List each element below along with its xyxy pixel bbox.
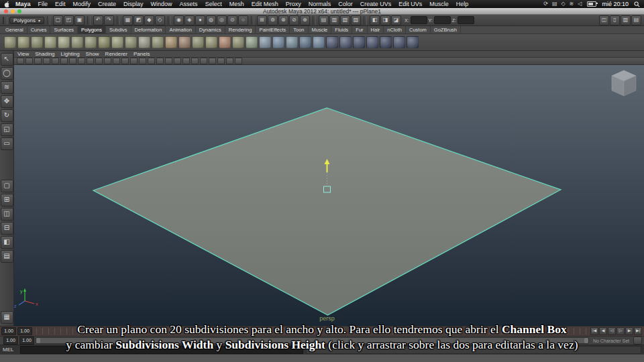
shelf-icon-6[interactable] [71,36,83,48]
shelf-tab-polygons[interactable]: Polygons [78,26,106,34]
minimize-window-icon[interactable] [11,9,15,13]
scale-tool[interactable]: ◱ [1,123,13,136]
layout-single-pane[interactable]: ▢ [1,180,13,192]
shelf-icon-25[interactable] [326,36,338,48]
panel-toolbar-icon-7[interactable] [69,58,76,64]
view-cube[interactable] [612,70,636,96]
coord-input-z[interactable] [458,16,474,24]
shelf-tab-ncloth[interactable]: nCloth [384,26,406,34]
shelf-tab-hair[interactable]: Hair [368,26,384,34]
save-scene-icon[interactable]: ▣ [74,15,85,25]
zoom-window-icon[interactable] [17,9,21,13]
shelf-icon-9[interactable] [111,36,123,48]
menu-color[interactable]: Color [338,1,353,7]
undo-icon[interactable]: ↶ [93,15,103,25]
select-tool[interactable]: ↖ [1,53,13,66]
panel-toolbar-icon-22[interactable] [200,58,207,64]
apple-menu[interactable] [4,1,10,8]
shelf-tab-deformation[interactable]: Deformation [131,26,166,34]
panel-toolbar-icon-10[interactable] [95,58,103,64]
select-component-icon[interactable]: ◆ [144,15,154,25]
rotate-tool[interactable]: ↻ [1,109,13,122]
last-tool-slot[interactable]: ▭ [1,137,13,150]
output-connections-icon[interactable]: ▥ [329,15,339,25]
render-settings-icon[interactable]: ◪ [391,15,401,25]
move-tool[interactable]: ✥ [1,95,13,108]
snap-grid-icon[interactable]: ⊞ [257,15,267,25]
attribute-editor-toggle-icon[interactable]: ◫ [599,15,609,25]
panel-toolbar-icon-3[interactable] [34,58,42,64]
panel-toolbar-icon-23[interactable] [209,58,216,64]
close-window-icon[interactable] [4,9,8,13]
shelf-icon-2[interactable] [17,36,30,48]
shelf-icon-8[interactable] [98,36,110,48]
snap-surface-icon[interactable]: ⊕ [300,15,310,25]
menu-normals[interactable]: Normals [309,1,331,7]
select-hierarchy-icon[interactable]: ▦ [123,15,133,25]
snap-plane-icon[interactable]: ⊘ [289,15,299,25]
panel-toolbar-icon-26[interactable] [235,58,242,64]
shelf-icon-13[interactable] [165,36,177,48]
shelf-icon-21[interactable] [272,36,284,48]
sidebar-toggle-icon[interactable]: ▤ [631,15,641,25]
shelf-tab-dynamics[interactable]: Dynamics [196,26,225,34]
new-scene-icon[interactable]: ▢ [53,15,63,25]
select-object-icon[interactable]: ◩ [133,15,144,25]
menu-assets[interactable]: Assets [180,1,198,7]
channel-box-toggle-icon[interactable]: ▥ [621,15,631,25]
shelf-icon-28[interactable] [366,36,378,48]
layout-four-pane[interactable]: ⊞ [1,194,13,206]
statusline-grip[interactable] [3,17,7,24]
shelf-tab-muscle[interactable]: Muscle [309,26,332,34]
layout-persp-outliner[interactable]: ◧ [1,236,13,249]
input-connections-icon[interactable]: ▤ [319,15,329,25]
lasso-select-tool[interactable]: ◯ [1,67,13,80]
mask-rendering-icon[interactable]: ⊙ [227,15,237,25]
shelf-icon-1[interactable] [4,36,16,48]
panel-toolbar-icon-6[interactable] [60,58,68,64]
menu-modify[interactable]: Modify [73,1,91,7]
shelf-icon-4[interactable] [44,36,56,48]
shelf-tab-curves[interactable]: Curves [28,26,51,34]
shelf-icon-18[interactable] [232,36,244,48]
mask-curves-icon[interactable]: ◈ [184,15,195,25]
shelf-tab-painteffects[interactable]: PaintEffects [256,26,290,34]
shelf-icon-26[interactable] [339,36,352,48]
ipr-render-icon[interactable]: ◨ [380,15,390,25]
panel-toolbar-icon-25[interactable] [226,58,233,64]
shelf-icon-23[interactable] [299,36,311,48]
panel-toolbar-icon-9[interactable] [87,58,94,64]
panel-menu-shading[interactable]: Shading [35,51,54,57]
perspective-viewport[interactable]: y x z persp [14,65,644,326]
menu-window[interactable]: Window [151,1,172,7]
shelf-icon-24[interactable] [313,36,325,48]
shelf-icon-3[interactable] [31,36,43,48]
panel-toolbar-icon-16[interactable] [148,58,155,64]
construction-history-icon[interactable]: ▧ [340,15,350,25]
menu-mesh[interactable]: Mesh [229,1,244,7]
mask-misc-icon[interactable]: ○ [238,15,248,25]
shelf-tab-fluids[interactable]: Fluids [331,26,352,34]
panel-toolbar-icon-15[interactable] [139,58,146,64]
panel-menu-view[interactable]: View [17,51,29,57]
panel-toolbar-icon-12[interactable] [113,58,120,64]
menu-create-uvs[interactable]: Create UVs [360,1,392,7]
panel-menu-renderer[interactable]: Renderer [105,51,127,57]
panel-toolbar-icon-20[interactable] [182,58,190,64]
shelf-tab-custom[interactable]: Custom [406,26,431,34]
layout-two-stacked[interactable]: ⊟ [1,222,13,235]
shelf-icon-22[interactable] [286,36,298,48]
shelf-icon-17[interactable] [219,36,231,48]
shelf-icon-15[interactable] [192,36,204,48]
menu-edit[interactable]: Edit [55,1,66,7]
shelf-icon-31[interactable] [407,36,419,48]
panel-toolbar-icon-24[interactable] [217,58,225,64]
panel-toolbar-icon-17[interactable] [156,58,164,64]
panel-toolbar-icon-2[interactable] [25,58,33,64]
shelf-tab-surfaces[interactable]: Surfaces [50,26,78,34]
shelf-icon-19[interactable] [246,36,258,48]
spotlight-icon[interactable] [634,1,640,7]
shelf-tab-subdivs[interactable]: Subdivs [106,26,131,34]
panel-menu-lighting[interactable]: Lighting [61,51,80,57]
shelf-icon-12[interactable] [152,36,164,48]
